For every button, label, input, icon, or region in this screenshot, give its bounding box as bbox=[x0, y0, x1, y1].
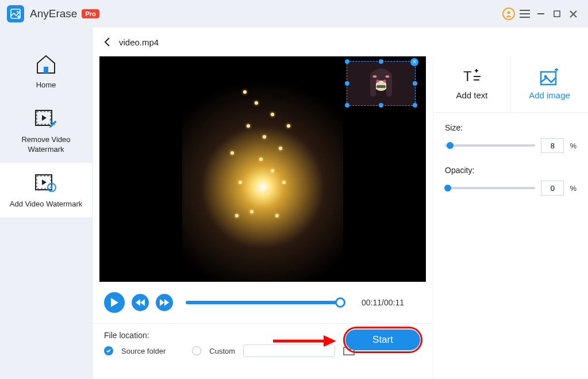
svg-marker-26 bbox=[140, 299, 145, 306]
svg-point-1 bbox=[17, 11, 18, 13]
seek-slider[interactable] bbox=[186, 301, 341, 304]
svg-point-19 bbox=[376, 80, 379, 83]
svg-marker-13 bbox=[42, 115, 47, 121]
add-image-icon bbox=[540, 68, 559, 86]
resize-handle[interactable] bbox=[379, 103, 383, 108]
custom-folder-label: Custom bbox=[209, 347, 235, 355]
add-watermark-icon bbox=[33, 171, 59, 196]
filename: video.mp4 bbox=[119, 37, 159, 47]
add-text-tab[interactable]: T Add text bbox=[433, 56, 511, 112]
content-area: video.mp4 bbox=[92, 28, 588, 379]
file-location-row: File location: Source folder Custom bbox=[93, 323, 433, 366]
custom-folder-radio[interactable] bbox=[192, 346, 201, 355]
sidebar-item-add-watermark[interactable]: Add Video Watermark bbox=[0, 163, 92, 217]
account-button[interactable] bbox=[501, 6, 517, 22]
size-slider[interactable] bbox=[445, 144, 535, 147]
svg-rect-7 bbox=[554, 11, 560, 17]
resize-handle[interactable] bbox=[345, 81, 349, 86]
percent-label: % bbox=[570, 141, 577, 150]
video-preview[interactable]: × bbox=[99, 56, 426, 282]
home-icon bbox=[33, 52, 59, 77]
add-image-label: Add image bbox=[529, 90, 570, 100]
sidebar-item-label: Remove Video Watermark bbox=[5, 135, 87, 155]
sidebar-item-label: Home bbox=[5, 81, 87, 90]
right-panel: T Add text Add image Size: bbox=[433, 56, 588, 379]
close-button[interactable] bbox=[565, 6, 581, 22]
callout-arrow-icon bbox=[273, 334, 336, 348]
titlebar: AnyErase Pro bbox=[0, 0, 588, 28]
rewind-button[interactable] bbox=[132, 294, 149, 311]
watermark-image-preview bbox=[367, 66, 395, 101]
svg-marker-25 bbox=[136, 299, 140, 306]
svg-point-2 bbox=[508, 12, 510, 14]
pro-badge: Pro bbox=[82, 9, 99, 18]
svg-point-20 bbox=[383, 80, 386, 83]
back-button[interactable] bbox=[104, 37, 110, 47]
app-logo-icon bbox=[7, 5, 24, 22]
svg-point-22 bbox=[373, 75, 377, 78]
svg-marker-30 bbox=[324, 335, 336, 347]
sidebar: Home Remove Video Watermark Add Video Wa… bbox=[0, 28, 92, 379]
source-folder-label: Source folder bbox=[121, 347, 166, 355]
resize-handle[interactable] bbox=[413, 103, 417, 108]
opacity-input[interactable] bbox=[541, 181, 564, 196]
svg-marker-16 bbox=[42, 179, 47, 185]
add-text-label: Add text bbox=[456, 90, 487, 100]
player-controls: 00:11/00:11 bbox=[93, 282, 433, 323]
resize-handle[interactable] bbox=[379, 59, 383, 64]
sidebar-item-label: Add Video Watermark bbox=[5, 200, 87, 209]
selection-close-icon[interactable]: × bbox=[410, 58, 418, 66]
resize-handle[interactable] bbox=[413, 81, 417, 86]
svg-text:T: T bbox=[463, 68, 472, 84]
sidebar-item-remove-watermark[interactable]: Remove Video Watermark bbox=[0, 98, 92, 163]
size-label: Size: bbox=[445, 123, 577, 132]
svg-rect-34 bbox=[541, 72, 556, 85]
seek-thumb[interactable] bbox=[335, 297, 345, 308]
resize-handle[interactable] bbox=[345, 59, 349, 64]
source-folder-radio[interactable] bbox=[104, 346, 113, 355]
start-button[interactable]: Start bbox=[345, 330, 420, 350]
svg-rect-21 bbox=[376, 85, 386, 88]
watermark-selection-box[interactable]: × bbox=[347, 61, 416, 106]
size-slider-thumb[interactable] bbox=[447, 142, 454, 149]
percent-label: % bbox=[570, 184, 577, 193]
video-content bbox=[182, 56, 343, 282]
opacity-slider[interactable] bbox=[445, 187, 535, 189]
add-image-tab[interactable]: Add image bbox=[511, 56, 588, 112]
app-name: AnyErase bbox=[30, 7, 77, 20]
opacity-label: Opacity: bbox=[445, 166, 577, 175]
size-input[interactable] bbox=[541, 138, 564, 153]
sidebar-item-home[interactable]: Home bbox=[0, 44, 92, 98]
play-button[interactable] bbox=[104, 292, 125, 313]
add-text-icon: T bbox=[462, 68, 482, 86]
svg-point-23 bbox=[386, 75, 390, 78]
svg-rect-10 bbox=[44, 67, 48, 73]
menu-button[interactable] bbox=[517, 6, 533, 22]
breadcrumb: video.mp4 bbox=[93, 28, 588, 56]
svg-marker-28 bbox=[164, 299, 169, 306]
maximize-button[interactable] bbox=[549, 6, 565, 22]
opacity-slider-thumb[interactable] bbox=[444, 185, 451, 192]
svg-marker-24 bbox=[111, 298, 118, 307]
time-display: 00:11/00:11 bbox=[362, 298, 404, 307]
svg-marker-27 bbox=[160, 299, 164, 306]
remove-watermark-icon bbox=[33, 106, 59, 132]
resize-handle[interactable] bbox=[345, 103, 349, 108]
forward-button[interactable] bbox=[156, 294, 173, 311]
minimize-button[interactable] bbox=[533, 6, 549, 22]
